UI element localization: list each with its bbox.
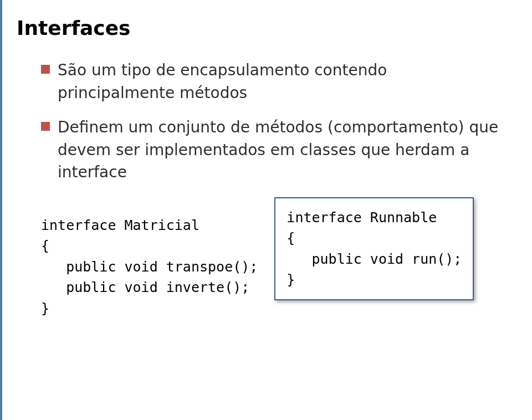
bullet-square-icon: [41, 65, 50, 74]
code-block-matricial: interface Matricial { public void transp…: [41, 197, 258, 319]
slide-page: Interfaces São um tipo de encapsulamento…: [0, 0, 532, 420]
list-item: Definem um conjunto de métodos (comporta…: [41, 116, 504, 184]
code-block-runnable: interface Runnable { public void run(); …: [274, 197, 474, 300]
bullet-list: São um tipo de encapsulamento contendo p…: [41, 59, 504, 184]
code-area: interface Matricial { public void transp…: [41, 197, 504, 319]
bullet-text: Definem um conjunto de métodos (comporta…: [58, 116, 504, 184]
page-title: Interfaces: [17, 17, 504, 39]
bullet-text: São um tipo de encapsulamento contendo p…: [58, 59, 504, 104]
list-item: São um tipo de encapsulamento contendo p…: [41, 59, 504, 104]
bullet-square-icon: [41, 122, 50, 131]
